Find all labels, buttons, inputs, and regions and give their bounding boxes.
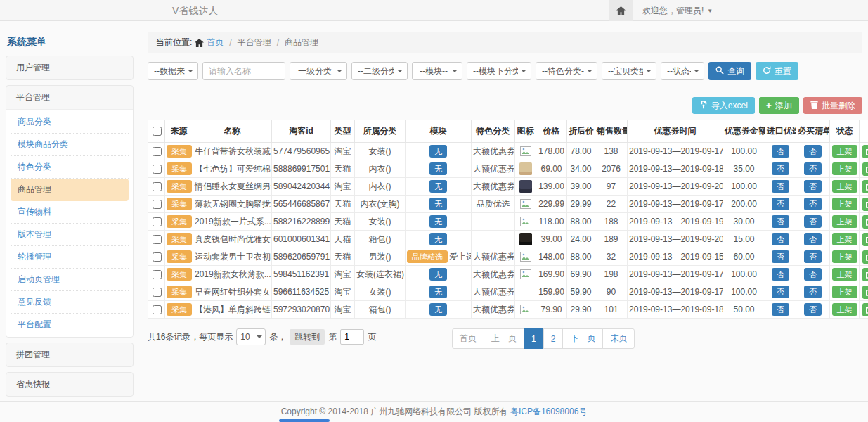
filter-select-status[interactable]: --状态--	[661, 62, 704, 80]
module-badge[interactable]: 无	[429, 145, 447, 158]
batch-delete-button[interactable]: 批量删除	[803, 97, 862, 114]
filter-select-feature-category-control[interactable]: --特色分类--	[536, 62, 597, 80]
status-badge[interactable]: 上架	[832, 286, 857, 298]
must-buy-toggle[interactable]: 否	[804, 180, 822, 193]
breadcrumb-home-link[interactable]: 首页	[207, 37, 224, 49]
must-buy-toggle[interactable]: 否	[804, 215, 822, 228]
sidebar-section-savings-news[interactable]: 省惠快报	[6, 373, 133, 396]
page-button-page-1[interactable]: 1	[524, 328, 544, 349]
filter-select-status-control[interactable]: --状态--	[661, 62, 704, 80]
add-button[interactable]: + 添加	[759, 97, 799, 114]
must-buy-toggle[interactable]: 否	[804, 233, 822, 245]
sidebar-item-feedback[interactable]: 意见反馈	[11, 291, 129, 314]
filter-select-data-source-control[interactable]: --数据来源--	[148, 62, 198, 80]
sidebar-item-carousel-management[interactable]: 轮播管理	[11, 246, 129, 269]
import-select-toggle[interactable]: 否	[772, 198, 789, 210]
sidebar-item-feature-category[interactable]: 特色分类	[11, 156, 129, 179]
import-select-toggle[interactable]: 否	[772, 250, 789, 263]
import-select-toggle[interactable]: 否	[772, 215, 789, 228]
filter-select-primary-category[interactable]: 一级分类	[290, 62, 347, 80]
filter-select-module[interactable]: --模块--	[412, 62, 462, 80]
must-buy-toggle[interactable]: 否	[804, 162, 822, 175]
must-buy-toggle[interactable]: 否	[804, 145, 822, 158]
module-badge[interactable]: 无	[429, 162, 447, 175]
edit-button[interactable]	[862, 233, 868, 246]
status-badge[interactable]: 上架	[832, 233, 857, 245]
sidebar-section-platform-management[interactable]: 平台管理	[6, 86, 133, 109]
row-checkbox[interactable]	[153, 165, 162, 174]
page-size-select[interactable]: 10	[236, 328, 266, 345]
row-checkbox[interactable]	[153, 288, 162, 297]
sidebar-item-promo-materials[interactable]: 宣传物料	[11, 201, 129, 224]
row-checkbox[interactable]	[153, 147, 162, 156]
edit-button[interactable]	[862, 250, 868, 264]
sidebar-section-user-management[interactable]: 用户管理	[6, 56, 133, 79]
status-badge[interactable]: 上架	[832, 268, 857, 281]
reset-button[interactable]: 重置	[756, 62, 798, 80]
filter-select-module-subcategory[interactable]: --模块下分类--	[467, 62, 531, 80]
filter-select-secondary-category-control[interactable]: --二级分类--	[351, 62, 408, 80]
import-select-toggle[interactable]: 否	[772, 180, 789, 193]
must-buy-toggle[interactable]: 否	[804, 250, 822, 263]
module-badge[interactable]: 无	[429, 303, 447, 316]
row-checkbox[interactable]	[153, 217, 162, 226]
import-select-toggle[interactable]: 否	[772, 286, 789, 298]
module-badge[interactable]: 无	[429, 180, 447, 193]
filter-select-item-type-control[interactable]: --宝贝类型--	[602, 62, 656, 80]
module-badge[interactable]: 无	[429, 268, 447, 281]
must-buy-toggle[interactable]: 否	[804, 198, 822, 210]
status-badge[interactable]: 上架	[832, 250, 857, 263]
module-badge[interactable]: 无	[429, 198, 447, 210]
status-badge[interactable]: 上架	[832, 162, 857, 175]
select-all-checkbox[interactable]	[153, 127, 162, 136]
row-checkbox[interactable]	[153, 305, 162, 314]
import-select-toggle[interactable]: 否	[772, 303, 789, 316]
horizontal-scrollbar-thumb[interactable]	[279, 419, 330, 422]
import-excel-button[interactable]: 导入excel	[692, 97, 755, 114]
row-checkbox[interactable]	[153, 270, 162, 279]
home-button[interactable]	[609, 0, 633, 21]
filter-select-secondary-category[interactable]: --二级分类--	[351, 62, 408, 80]
edit-button[interactable]	[862, 198, 868, 211]
filter-select-module-control[interactable]: --模块--	[412, 62, 462, 80]
must-buy-toggle[interactable]: 否	[804, 286, 822, 298]
sidebar-item-module-product-category[interactable]: 模块商品分类	[11, 134, 129, 156]
import-select-toggle[interactable]: 否	[772, 268, 789, 281]
filter-input-name-search[interactable]	[202, 62, 285, 80]
row-checkbox[interactable]	[153, 235, 162, 244]
search-button[interactable]: 查询	[708, 62, 751, 80]
edit-button[interactable]	[862, 180, 868, 193]
status-badge[interactable]: 上架	[832, 145, 857, 158]
sidebar-item-product-category[interactable]: 商品分类	[11, 111, 129, 134]
import-select-toggle[interactable]: 否	[772, 162, 789, 175]
edit-button[interactable]	[862, 286, 868, 299]
must-buy-toggle[interactable]: 否	[804, 268, 822, 281]
module-badge[interactable]: 无	[429, 286, 447, 298]
page-button-last-page[interactable]: 末页	[602, 328, 635, 349]
status-badge[interactable]: 上架	[832, 198, 857, 210]
jump-page-input[interactable]	[340, 329, 364, 345]
edit-button[interactable]	[862, 145, 868, 158]
sidebar-item-splash-page-management[interactable]: 启动页管理	[11, 269, 129, 291]
filter-select-primary-category-control[interactable]: 一级分类	[290, 62, 347, 80]
sidebar-item-product-management[interactable]: 商品管理	[11, 179, 129, 201]
module-badge[interactable]: 品牌精选	[407, 250, 448, 263]
filter-select-feature-category[interactable]: --特色分类--	[536, 62, 597, 80]
status-badge[interactable]: 上架	[832, 180, 857, 193]
page-button-page-2[interactable]: 2	[543, 328, 564, 349]
user-menu[interactable]: 欢迎您，管理员! ▼	[642, 5, 713, 17]
row-checkbox[interactable]	[153, 182, 162, 191]
edit-button[interactable]	[862, 215, 868, 229]
status-badge[interactable]: 上架	[832, 215, 857, 228]
page-button-prev-page[interactable]: 上一页	[484, 328, 524, 349]
row-checkbox[interactable]	[153, 252, 162, 262]
must-buy-toggle[interactable]: 否	[804, 303, 822, 316]
sidebar-item-version-management[interactable]: 版本管理	[11, 224, 129, 246]
module-badge[interactable]: 无	[429, 233, 447, 245]
status-badge[interactable]: 上架	[832, 303, 857, 316]
row-checkbox[interactable]	[153, 200, 162, 209]
edit-button[interactable]	[862, 268, 868, 281]
filter-select-data-source[interactable]: --数据来源--	[148, 62, 198, 80]
import-select-toggle[interactable]: 否	[772, 233, 789, 245]
page-button-next-page[interactable]: 下一页	[562, 328, 603, 349]
